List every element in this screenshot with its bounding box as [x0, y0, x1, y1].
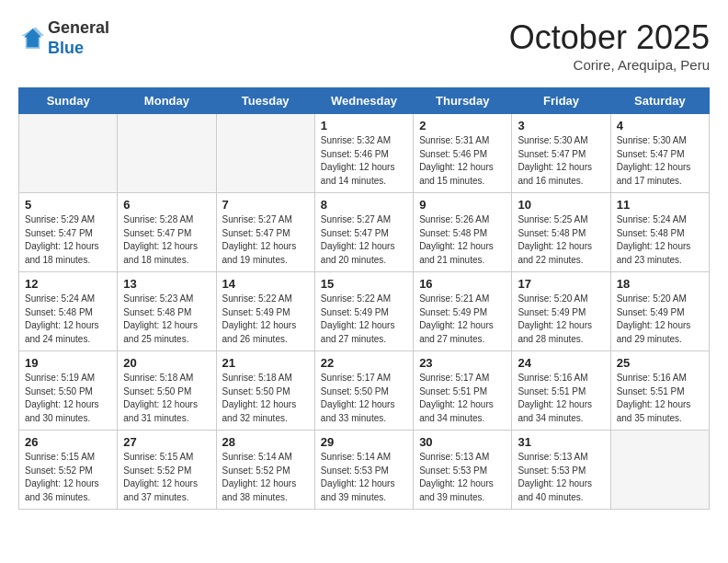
calendar-cell: 27Sunrise: 5:15 AMSunset: 5:52 PMDayligh… [118, 431, 216, 510]
calendar-cell: 1Sunrise: 5:32 AMSunset: 5:46 PMDaylight… [314, 114, 413, 193]
week-row-2: 5Sunrise: 5:29 AMSunset: 5:47 PMDaylight… [19, 193, 710, 272]
calendar-cell: 17Sunrise: 5:20 AMSunset: 5:49 PMDayligh… [512, 272, 610, 351]
day-number: 30 [419, 435, 506, 449]
day-info: Sunrise: 5:20 AMSunset: 5:49 PMDaylight:… [518, 293, 605, 346]
day-number: 1 [321, 119, 408, 132]
day-number: 7 [222, 198, 310, 212]
calendar-cell: 3Sunrise: 5:30 AMSunset: 5:47 PMDaylight… [512, 114, 610, 193]
day-info: Sunrise: 5:13 AMSunset: 5:53 PMDaylight:… [518, 451, 605, 504]
calendar-cell: 9Sunrise: 5:26 AMSunset: 5:48 PMDaylight… [414, 193, 512, 272]
weekday-header-sunday: Sunday [19, 88, 118, 114]
day-info: Sunrise: 5:24 AMSunset: 5:48 PMDaylight:… [617, 213, 704, 267]
calendar-cell: 7Sunrise: 5:27 AMSunset: 5:47 PMDaylight… [216, 193, 314, 272]
title-block: October 2025 Corire, Arequipa, Peru [509, 18, 710, 73]
day-number: 15 [321, 277, 408, 291]
day-number: 24 [518, 356, 605, 370]
day-info: Sunrise: 5:18 AMSunset: 5:50 PMDaylight:… [222, 372, 310, 425]
calendar-cell [118, 114, 216, 193]
day-number: 29 [321, 435, 408, 449]
weekday-header-saturday: Saturday [610, 88, 709, 114]
calendar-cell: 6Sunrise: 5:28 AMSunset: 5:47 PMDaylight… [118, 193, 216, 272]
day-number: 4 [617, 119, 704, 132]
calendar-cell: 16Sunrise: 5:21 AMSunset: 5:49 PMDayligh… [414, 272, 512, 351]
week-row-1: 1Sunrise: 5:32 AMSunset: 5:46 PMDaylight… [19, 114, 710, 193]
day-info: Sunrise: 5:20 AMSunset: 5:49 PMDaylight:… [617, 293, 704, 346]
calendar-cell: 20Sunrise: 5:18 AMSunset: 5:50 PMDayligh… [118, 351, 216, 431]
calendar-cell: 26Sunrise: 5:15 AMSunset: 5:52 PMDayligh… [19, 431, 118, 510]
calendar-cell: 31Sunrise: 5:13 AMSunset: 5:53 PMDayligh… [512, 431, 610, 510]
day-info: Sunrise: 5:22 AMSunset: 5:49 PMDaylight:… [321, 293, 408, 346]
day-number: 6 [123, 198, 210, 212]
day-number: 13 [123, 277, 210, 291]
page-header: General Blue October 2025 Corire, Arequi… [18, 18, 710, 73]
calendar-cell [19, 114, 118, 193]
day-number: 20 [123, 356, 210, 370]
day-number: 22 [321, 356, 408, 370]
week-row-4: 19Sunrise: 5:19 AMSunset: 5:50 PMDayligh… [19, 351, 710, 431]
calendar-cell: 28Sunrise: 5:14 AMSunset: 5:52 PMDayligh… [216, 431, 314, 510]
logo-icon [18, 26, 44, 52]
calendar-cell: 19Sunrise: 5:19 AMSunset: 5:50 PMDayligh… [19, 351, 118, 431]
calendar-cell: 4Sunrise: 5:30 AMSunset: 5:47 PMDaylight… [610, 114, 709, 193]
day-info: Sunrise: 5:14 AMSunset: 5:53 PMDaylight:… [321, 451, 408, 504]
day-number: 12 [25, 277, 112, 291]
calendar-cell: 18Sunrise: 5:20 AMSunset: 5:49 PMDayligh… [610, 272, 709, 351]
day-info: Sunrise: 5:15 AMSunset: 5:52 PMDaylight:… [25, 451, 112, 504]
day-info: Sunrise: 5:15 AMSunset: 5:52 PMDaylight:… [123, 451, 210, 504]
week-row-5: 26Sunrise: 5:15 AMSunset: 5:52 PMDayligh… [19, 431, 710, 510]
calendar-cell: 5Sunrise: 5:29 AMSunset: 5:47 PMDaylight… [19, 193, 118, 272]
calendar-cell: 23Sunrise: 5:17 AMSunset: 5:51 PMDayligh… [414, 351, 512, 431]
logo: General Blue [18, 18, 109, 58]
day-info: Sunrise: 5:24 AMSunset: 5:48 PMDaylight:… [25, 293, 112, 346]
day-info: Sunrise: 5:27 AMSunset: 5:47 PMDaylight:… [222, 213, 310, 267]
weekday-header-thursday: Thursday [414, 88, 512, 114]
weekday-header-tuesday: Tuesday [216, 88, 314, 114]
day-number: 17 [518, 277, 605, 291]
day-number: 8 [321, 198, 408, 212]
day-info: Sunrise: 5:22 AMSunset: 5:49 PMDaylight:… [222, 293, 310, 346]
day-number: 28 [222, 435, 310, 449]
day-info: Sunrise: 5:32 AMSunset: 5:46 PMDaylight:… [321, 134, 408, 188]
weekday-header-friday: Friday [512, 88, 610, 114]
day-info: Sunrise: 5:21 AMSunset: 5:49 PMDaylight:… [419, 293, 506, 346]
day-number: 27 [123, 435, 210, 449]
day-info: Sunrise: 5:19 AMSunset: 5:50 PMDaylight:… [25, 372, 112, 425]
day-info: Sunrise: 5:17 AMSunset: 5:50 PMDaylight:… [321, 372, 408, 425]
day-info: Sunrise: 5:29 AMSunset: 5:47 PMDaylight:… [25, 213, 112, 267]
day-info: Sunrise: 5:18 AMSunset: 5:50 PMDaylight:… [123, 372, 210, 425]
calendar-cell: 22Sunrise: 5:17 AMSunset: 5:50 PMDayligh… [314, 351, 413, 431]
calendar-cell: 21Sunrise: 5:18 AMSunset: 5:50 PMDayligh… [216, 351, 314, 431]
day-number: 31 [518, 435, 605, 449]
day-number: 5 [25, 198, 112, 212]
day-info: Sunrise: 5:14 AMSunset: 5:52 PMDaylight:… [222, 451, 310, 504]
day-number: 23 [419, 356, 506, 370]
day-info: Sunrise: 5:30 AMSunset: 5:47 PMDaylight:… [617, 134, 704, 188]
day-info: Sunrise: 5:17 AMSunset: 5:51 PMDaylight:… [419, 372, 506, 425]
calendar-cell: 11Sunrise: 5:24 AMSunset: 5:48 PMDayligh… [610, 193, 709, 272]
day-info: Sunrise: 5:16 AMSunset: 5:51 PMDaylight:… [518, 372, 605, 425]
calendar-cell: 29Sunrise: 5:14 AMSunset: 5:53 PMDayligh… [314, 431, 413, 510]
day-number: 19 [25, 356, 112, 370]
weekday-header-row: SundayMondayTuesdayWednesdayThursdayFrid… [19, 88, 710, 114]
calendar-cell: 13Sunrise: 5:23 AMSunset: 5:48 PMDayligh… [118, 272, 216, 351]
day-number: 10 [518, 198, 605, 212]
day-info: Sunrise: 5:30 AMSunset: 5:47 PMDaylight:… [518, 134, 605, 188]
location-subtitle: Corire, Arequipa, Peru [509, 57, 710, 73]
weekday-header-wednesday: Wednesday [314, 88, 413, 114]
week-row-3: 12Sunrise: 5:24 AMSunset: 5:48 PMDayligh… [19, 272, 710, 351]
day-info: Sunrise: 5:23 AMSunset: 5:48 PMDaylight:… [123, 293, 210, 346]
calendar-cell: 12Sunrise: 5:24 AMSunset: 5:48 PMDayligh… [19, 272, 118, 351]
calendar-cell: 14Sunrise: 5:22 AMSunset: 5:49 PMDayligh… [216, 272, 314, 351]
day-number: 14 [222, 277, 310, 291]
day-info: Sunrise: 5:16 AMSunset: 5:51 PMDaylight:… [617, 372, 704, 425]
logo-blue-text: Blue [48, 39, 84, 57]
day-info: Sunrise: 5:26 AMSunset: 5:48 PMDaylight:… [419, 213, 506, 267]
day-number: 9 [419, 198, 506, 212]
day-number: 26 [25, 435, 112, 449]
logo-general-text: General [48, 18, 109, 37]
calendar-cell: 24Sunrise: 5:16 AMSunset: 5:51 PMDayligh… [512, 351, 610, 431]
calendar-cell [610, 431, 709, 510]
weekday-header-monday: Monday [118, 88, 216, 114]
day-number: 2 [419, 119, 506, 132]
day-info: Sunrise: 5:25 AMSunset: 5:48 PMDaylight:… [518, 213, 605, 267]
